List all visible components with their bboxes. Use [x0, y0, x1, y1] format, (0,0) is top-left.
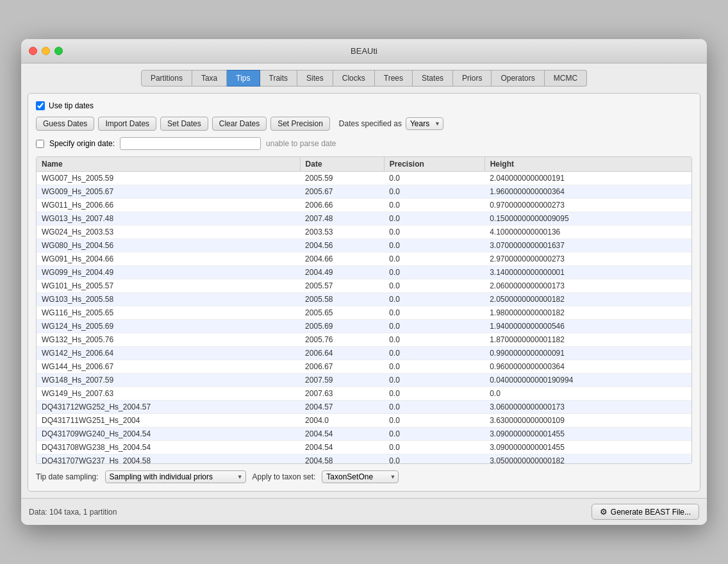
- specify-origin-date-checkbox[interactable]: [36, 140, 44, 148]
- cell-name: WG011_Hs_2006.66: [37, 199, 300, 212]
- cell-height: 0.0: [484, 387, 691, 401]
- table-row[interactable]: WG091_Hs_2004.662004.660.02.970000000000…: [37, 253, 691, 266]
- table-row[interactable]: WG011_Hs_2006.662006.660.00.970000000000…: [37, 199, 691, 212]
- clear-dates-button[interactable]: Clear Dates: [212, 117, 267, 131]
- cell-height: 0.15000000000009095: [484, 212, 691, 226]
- cell-date: 2005.67: [300, 185, 384, 199]
- use-tip-dates-checkbox[interactable]: [36, 101, 45, 110]
- tab-clocks[interactable]: Clocks: [333, 70, 375, 87]
- cell-date: 2007.48: [300, 212, 384, 226]
- set-precision-button[interactable]: Set Precision: [270, 117, 330, 131]
- dates-specified-as-label: Dates specified as: [339, 119, 402, 128]
- cell-name: WG101_Hs_2005.57: [37, 279, 300, 293]
- table-row[interactable]: WG101_Hs_2005.572005.570.02.060000000000…: [37, 279, 691, 293]
- table-row[interactable]: WG144_Hs_2006.672006.670.00.960000000000…: [37, 360, 691, 374]
- close-button[interactable]: [29, 47, 37, 55]
- table-row[interactable]: WG132_Hs_2005.762005.760.01.870000000000…: [37, 333, 691, 347]
- data-info: Data: 104 taxa, 1 partition: [29, 508, 117, 517]
- data-table: Name Date Precision Height WG007_Hs_2005…: [37, 157, 691, 464]
- cell-height: 1.8700000000001182: [484, 333, 691, 347]
- cell-height: 0.040000000000190994: [484, 374, 691, 387]
- table-body: WG007_Hs_2005.592005.590.02.040000000000…: [37, 172, 691, 465]
- table-row[interactable]: WG142_Hs_2006.642006.640.00.990000000000…: [37, 347, 691, 360]
- tab-taxa[interactable]: Taxa: [192, 70, 227, 87]
- tab-mcmc[interactable]: MCMC: [545, 70, 587, 87]
- tab-tips[interactable]: Tips: [227, 70, 260, 87]
- generate-beast-file-button[interactable]: ⚙ Generate BEAST File...: [592, 504, 699, 520]
- cell-name: WG132_Hs_2005.76: [37, 333, 300, 347]
- sampling-dropdown[interactable]: Sampling with individual priors: [105, 470, 246, 483]
- cell-precision: 0.0: [384, 253, 484, 266]
- table-row[interactable]: WG124_Hs_2005.692005.690.01.940000000000…: [37, 320, 691, 333]
- table-row[interactable]: DQ431709WG240_Hs_2004.542004.540.03.0900…: [37, 427, 691, 441]
- tab-operators[interactable]: Operators: [492, 70, 544, 87]
- table-row[interactable]: WG009_Hs_2005.672005.670.01.960000000000…: [37, 185, 691, 199]
- title-bar: BEAUti: [21, 39, 707, 63]
- table-row[interactable]: WG116_Hs_2005.652005.650.01.980000000000…: [37, 306, 691, 320]
- cell-date: 2003.53: [300, 226, 384, 239]
- generate-button-label: Generate BEAST File...: [611, 508, 691, 517]
- origin-date-row: Specify origin date: unable to parse dat…: [36, 137, 692, 150]
- cell-name: DQ431711WG251_Hs_2004: [37, 414, 300, 427]
- data-table-container[interactable]: Name Date Precision Height WG007_Hs_2005…: [36, 156, 692, 464]
- cell-height: 4.100000000000136: [484, 226, 691, 239]
- table-row[interactable]: WG103_Hs_2005.582005.580.02.050000000000…: [37, 293, 691, 306]
- cell-name: WG009_Hs_2005.67: [37, 185, 300, 199]
- table-row[interactable]: DQ431707WG237_Hs_2004.582004.580.03.0500…: [37, 454, 691, 465]
- set-dates-button[interactable]: Set Dates: [160, 117, 208, 131]
- tab-trees[interactable]: Trees: [375, 70, 413, 87]
- table-row[interactable]: DQ431712WG252_Hs_2004.572004.570.03.0600…: [37, 401, 691, 414]
- cell-precision: 0.0: [384, 347, 484, 360]
- cell-date: 2004.66: [300, 253, 384, 266]
- col-height: Height: [484, 157, 691, 172]
- sampling-dropdown-wrapper: Sampling with individual priors: [105, 470, 246, 483]
- table-row[interactable]: WG099_Hs_2004.492004.490.03.140000000000…: [37, 266, 691, 279]
- table-row[interactable]: WG149_Hs_2007.632007.630.00.0: [37, 387, 691, 401]
- tab-priors[interactable]: Priors: [453, 70, 492, 87]
- parse-error-label: unable to parse date: [266, 139, 336, 148]
- cell-precision: 0.0: [384, 185, 484, 199]
- cell-date: 2006.67: [300, 360, 384, 374]
- cell-date: 2004.0: [300, 414, 384, 427]
- table-header-row: Name Date Precision Height: [37, 157, 691, 172]
- maximize-button[interactable]: [54, 47, 63, 55]
- cell-date: 2005.58: [300, 293, 384, 306]
- years-dropdown[interactable]: Years: [406, 117, 443, 130]
- cell-height: 3.1400000000000001: [484, 266, 691, 279]
- tab-partitions[interactable]: Partitions: [141, 70, 192, 87]
- tab-traits[interactable]: Traits: [260, 70, 298, 87]
- gear-icon: ⚙: [600, 507, 608, 517]
- origin-date-input[interactable]: [120, 137, 261, 150]
- tab-sites[interactable]: Sites: [297, 70, 333, 87]
- table-row[interactable]: WG007_Hs_2005.592005.590.02.040000000000…: [37, 172, 691, 185]
- tips-panel: Use tip dates Guess Dates Import Dates S…: [28, 93, 700, 492]
- table-row[interactable]: DQ431711WG251_Hs_20042004.00.03.63000000…: [37, 414, 691, 427]
- cell-height: 2.9700000000000273: [484, 253, 691, 266]
- cell-name: WG149_Hs_2007.63: [37, 387, 300, 401]
- cell-precision: 0.0: [384, 293, 484, 306]
- cell-name: WG099_Hs_2004.49: [37, 266, 300, 279]
- cell-date: 2005.59: [300, 172, 384, 185]
- cell-name: DQ431709WG240_Hs_2004.54: [37, 427, 300, 441]
- tab-bar: Partitions Taxa Tips Traits Sites Clocks…: [28, 70, 700, 87]
- table-row[interactable]: WG148_Hs_2007.592007.590.00.040000000000…: [37, 374, 691, 387]
- table-row[interactable]: WG080_Hs_2004.562004.560.03.070000000000…: [37, 239, 691, 253]
- table-row[interactable]: WG024_Hs_2003.532003.530.04.100000000000…: [37, 226, 691, 239]
- cell-date: 2004.56: [300, 239, 384, 253]
- minimize-button[interactable]: [42, 47, 50, 55]
- cell-precision: 0.0: [384, 306, 484, 320]
- cell-date: 2005.57: [300, 279, 384, 293]
- import-dates-button[interactable]: Import Dates: [98, 117, 156, 131]
- taxon-set-dropdown[interactable]: TaxonSetOne: [322, 470, 399, 483]
- table-row[interactable]: DQ431708WG238_Hs_2004.542004.540.03.0900…: [37, 441, 691, 454]
- content-area: Partitions Taxa Tips Traits Sites Clocks…: [21, 63, 707, 498]
- tab-states[interactable]: States: [413, 70, 453, 87]
- table-row[interactable]: WG013_Hs_2007.482007.480.00.150000000000…: [37, 212, 691, 226]
- footer: Data: 104 taxa, 1 partition ⚙ Generate B…: [21, 498, 707, 525]
- years-dropdown-wrapper: Years: [406, 117, 443, 130]
- cell-date: 2005.65: [300, 306, 384, 320]
- guess-dates-button[interactable]: Guess Dates: [36, 117, 94, 131]
- cell-date: 2006.64: [300, 347, 384, 360]
- col-name: Name: [37, 157, 300, 172]
- cell-height: 3.6300000000000109: [484, 414, 691, 427]
